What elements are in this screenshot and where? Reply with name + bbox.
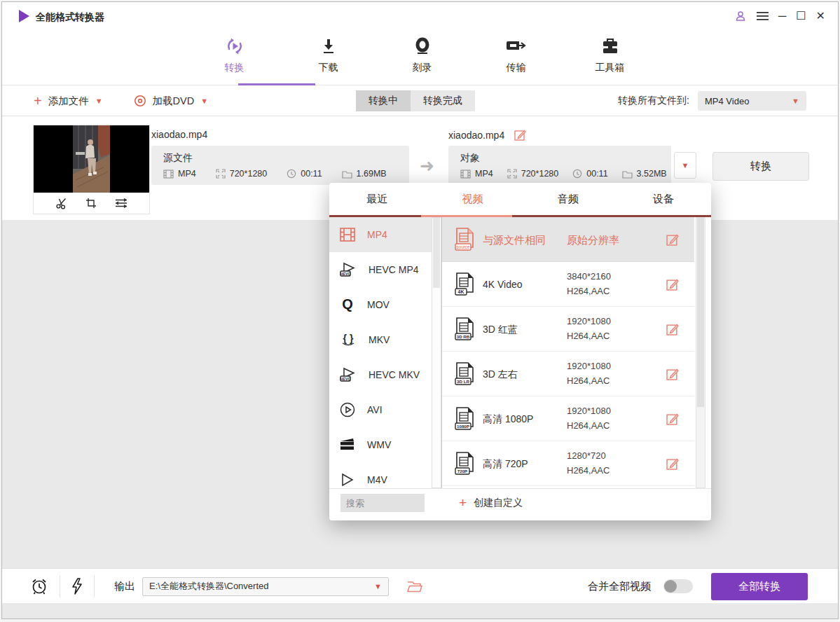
preset-title: 4K Video <box>483 279 523 290</box>
tab-download[interactable]: 下载 <box>298 30 359 85</box>
preset-resolution: 1920*1080 <box>567 361 611 371</box>
preset-row-1080p[interactable]: 1080P 高清 1080P 1920*1080 H264,AAC <box>442 396 694 441</box>
format-search-input[interactable] <box>340 494 425 512</box>
maximize-button[interactable]: ☐ <box>796 8 806 24</box>
svg-text:3D LR: 3D LR <box>457 379 469 384</box>
tab-toolbox-label: 工具箱 <box>595 62 625 74</box>
merge-videos-toggle[interactable] <box>663 579 693 593</box>
minimize-button[interactable]: ─ <box>778 8 786 24</box>
preset-row-3d-lr[interactable]: 3D LR 3D 左右 1920*1080 H264,AAC <box>442 352 694 396</box>
popup-tab-recent[interactable]: 最近 <box>329 183 425 215</box>
edit-preset-icon[interactable] <box>666 413 679 425</box>
tab-burn-label: 刻录 <box>413 62 432 74</box>
edit-preset-icon[interactable] <box>666 233 679 246</box>
sidebar-item-hevc-mkv[interactable]: HEVC HEVC MKV <box>329 357 432 392</box>
target-format-dropdown-button[interactable]: ▼ <box>674 152 696 179</box>
preset-resolution: 3840*2160 <box>567 271 611 282</box>
edit-preset-icon[interactable] <box>666 368 679 380</box>
video-format-icon <box>163 170 174 179</box>
file-size-icon <box>342 170 352 179</box>
video-thumbnail <box>34 125 149 214</box>
account-icon[interactable] <box>734 10 747 22</box>
tab-transfer[interactable]: 传输 <box>486 30 546 85</box>
sidebar-item-avi[interactable]: AVI <box>329 392 432 427</box>
schedule-icon[interactable] <box>30 577 48 595</box>
close-button[interactable]: ✕ <box>816 8 825 24</box>
format-picker-popup: 最近 视频 音频 设备 MP4 <box>329 183 711 520</box>
format-sidebar: MP4 HEVC HEVC MP4 Q MOV <box>329 217 432 488</box>
menu-icon[interactable] <box>757 11 769 21</box>
svg-text:3D RB: 3D RB <box>457 334 470 339</box>
target-info-panel: 对象 MP4 720*1280 <box>448 146 671 185</box>
global-format-select[interactable]: MP4 Video ▼ <box>698 91 806 111</box>
sidebar-item-mkv[interactable]: { } MKV <box>329 322 432 357</box>
target-resolution: 720*1280 <box>521 169 559 179</box>
tab-toolbox[interactable]: 工具箱 <box>580 30 640 85</box>
app-window: 全能格式转换器 ─ ☐ ✕ <box>1 1 839 619</box>
preset-list-scrollbar[interactable] <box>696 217 705 488</box>
preset-resolution: 原始分辨率 <box>567 234 619 247</box>
status-strip <box>2 603 838 618</box>
matroska-icon: { } <box>339 331 357 348</box>
popup-tab-video[interactable]: 视频 <box>425 183 520 215</box>
popup-tab-device[interactable]: 设备 <box>616 183 711 215</box>
high-speed-icon[interactable] <box>71 578 83 595</box>
popup-tab-audio[interactable]: 音频 <box>521 183 616 215</box>
trim-icon[interactable] <box>55 197 68 209</box>
source-panel-label: 源文件 <box>163 152 193 165</box>
chevron-down-icon: ▼ <box>200 97 208 105</box>
load-dvd-label: 加载DVD <box>153 95 195 108</box>
tab-converting[interactable]: 转换中 <box>356 90 411 111</box>
output-path-select[interactable]: E:\全能格式转换器\Converted ▼ <box>142 577 389 596</box>
sidebar-item-wmv[interactable]: WMV <box>329 427 432 462</box>
sidebar-item-label: AVI <box>367 404 383 415</box>
tab-converted[interactable]: 转换完成 <box>411 90 475 111</box>
preset-row-3d-rb[interactable]: 3D RB 3D 红蓝 1920*1080 H264,AAC <box>442 307 694 352</box>
preset-file-icon: 4K <box>454 272 476 297</box>
tab-burn[interactable]: 刻录 <box>392 30 453 85</box>
chevron-down-icon: ▼ <box>374 582 382 590</box>
rename-icon[interactable] <box>514 129 526 141</box>
sidebar-item-mov[interactable]: Q MOV <box>329 287 432 322</box>
open-folder-icon[interactable] <box>407 581 422 593</box>
svg-text:Q: Q <box>342 296 353 312</box>
preset-resolution: 1920*1080 <box>567 406 611 416</box>
preset-row-same-as-source[interactable]: source 与源文件相同 原始分辨率 <box>442 217 694 262</box>
convert-state-tabs: 转换中 转换完成 <box>356 90 475 111</box>
source-size: 1.69MB <box>357 169 387 179</box>
sidebar-item-m4v[interactable]: M4V <box>329 462 432 488</box>
main-nav: 转换 下载 刻录 <box>2 30 838 85</box>
source-resolution: 720*1280 <box>230 169 268 179</box>
edit-preset-icon[interactable] <box>666 323 679 336</box>
download-icon <box>317 35 340 57</box>
svg-text:720P: 720P <box>457 469 467 474</box>
tab-convert[interactable]: 转换 <box>205 30 265 85</box>
load-dvd-button[interactable]: 加载DVD ▼ <box>134 95 209 108</box>
convert-all-button[interactable]: 全部转换 <box>711 573 808 600</box>
video-preview-image[interactable] <box>34 125 149 193</box>
preset-file-icon: 720P <box>454 451 476 476</box>
global-format-value: MP4 Video <box>705 96 749 106</box>
edit-preset-icon[interactable] <box>666 457 679 470</box>
target-file-name: xiaodao.mp4 <box>448 129 526 141</box>
sidebar-item-label: MOV <box>367 299 390 310</box>
sidebar-item-label: M4V <box>367 474 387 485</box>
dvd-icon <box>134 95 146 107</box>
output-label: 输出 <box>114 580 135 593</box>
toggle-knob <box>664 580 677 593</box>
edit-preset-icon[interactable] <box>666 278 679 291</box>
create-custom-button[interactable]: + 创建自定义 <box>459 494 523 512</box>
sidebar-scrollbar[interactable] <box>432 217 441 488</box>
sidebar-item-mp4[interactable]: MP4 <box>329 217 432 252</box>
sidebar-item-hevc-mp4[interactable]: HEVC HEVC MP4 <box>329 252 432 287</box>
preset-row-720p[interactable]: 720P 高清 720P 1280*720 H264,AAC <box>442 441 694 486</box>
effects-icon[interactable] <box>114 197 128 209</box>
popup-footer: + 创建自定义 <box>329 488 711 520</box>
convert-button[interactable]: 转换 <box>712 152 809 181</box>
convert-all-to-label: 转换所有文件到: <box>618 95 689 107</box>
crop-icon[interactable] <box>85 197 97 209</box>
preset-row-4k[interactable]: 4K 4K Video 3840*2160 H264,AAC <box>442 262 694 307</box>
add-files-label: 添加文件 <box>48 95 89 108</box>
add-files-button[interactable]: + 添加文件 ▼ <box>34 95 103 108</box>
active-tab-indicator <box>238 83 315 85</box>
